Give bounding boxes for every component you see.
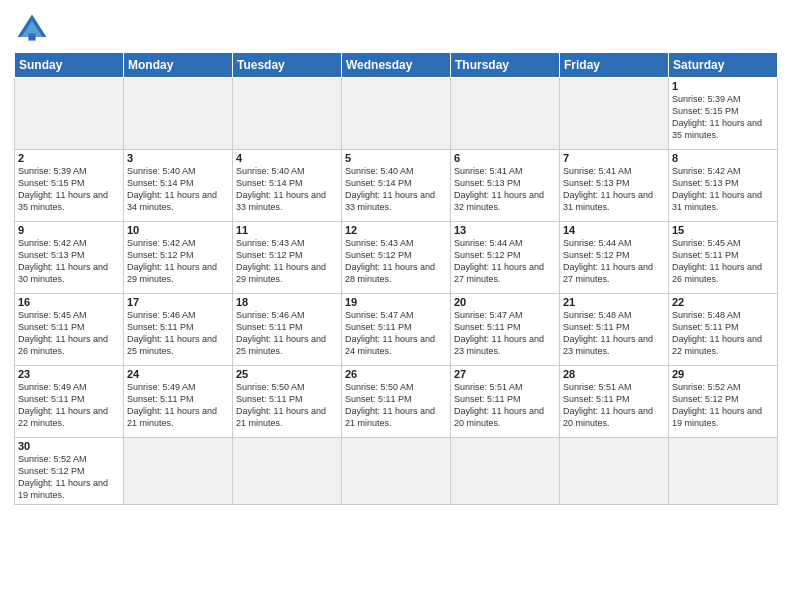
calendar-cell: 14Sunrise: 5:44 AM Sunset: 5:12 PM Dayli… [560, 222, 669, 294]
calendar-cell [124, 438, 233, 505]
weekday-header-tuesday: Tuesday [233, 53, 342, 78]
calendar-week-4: 16Sunrise: 5:45 AM Sunset: 5:11 PM Dayli… [15, 294, 778, 366]
day-info: Sunrise: 5:40 AM Sunset: 5:14 PM Dayligh… [345, 165, 447, 214]
calendar-cell [124, 78, 233, 150]
calendar-cell: 1Sunrise: 5:39 AM Sunset: 5:15 PM Daylig… [669, 78, 778, 150]
day-info: Sunrise: 5:51 AM Sunset: 5:11 PM Dayligh… [454, 381, 556, 430]
day-info: Sunrise: 5:45 AM Sunset: 5:11 PM Dayligh… [672, 237, 774, 286]
calendar-cell: 22Sunrise: 5:48 AM Sunset: 5:11 PM Dayli… [669, 294, 778, 366]
day-number: 26 [345, 368, 447, 380]
calendar-cell: 26Sunrise: 5:50 AM Sunset: 5:11 PM Dayli… [342, 366, 451, 438]
day-number: 3 [127, 152, 229, 164]
calendar-cell: 3Sunrise: 5:40 AM Sunset: 5:14 PM Daylig… [124, 150, 233, 222]
calendar-week-2: 2Sunrise: 5:39 AM Sunset: 5:15 PM Daylig… [15, 150, 778, 222]
day-info: Sunrise: 5:43 AM Sunset: 5:12 PM Dayligh… [345, 237, 447, 286]
day-number: 10 [127, 224, 229, 236]
calendar-cell: 4Sunrise: 5:40 AM Sunset: 5:14 PM Daylig… [233, 150, 342, 222]
weekday-header-row: SundayMondayTuesdayWednesdayThursdayFrid… [15, 53, 778, 78]
day-info: Sunrise: 5:47 AM Sunset: 5:11 PM Dayligh… [345, 309, 447, 358]
calendar-cell: 20Sunrise: 5:47 AM Sunset: 5:11 PM Dayli… [451, 294, 560, 366]
day-info: Sunrise: 5:45 AM Sunset: 5:11 PM Dayligh… [18, 309, 120, 358]
calendar-cell [560, 438, 669, 505]
calendar-cell: 7Sunrise: 5:41 AM Sunset: 5:13 PM Daylig… [560, 150, 669, 222]
calendar-cell: 21Sunrise: 5:48 AM Sunset: 5:11 PM Dayli… [560, 294, 669, 366]
calendar-cell [560, 78, 669, 150]
day-number: 14 [563, 224, 665, 236]
day-info: Sunrise: 5:52 AM Sunset: 5:12 PM Dayligh… [18, 453, 120, 502]
day-number: 17 [127, 296, 229, 308]
calendar-cell: 27Sunrise: 5:51 AM Sunset: 5:11 PM Dayli… [451, 366, 560, 438]
day-number: 27 [454, 368, 556, 380]
page: SundayMondayTuesdayWednesdayThursdayFrid… [0, 0, 792, 612]
calendar-cell [451, 78, 560, 150]
calendar-cell [233, 78, 342, 150]
calendar-cell: 24Sunrise: 5:49 AM Sunset: 5:11 PM Dayli… [124, 366, 233, 438]
calendar-cell: 13Sunrise: 5:44 AM Sunset: 5:12 PM Dayli… [451, 222, 560, 294]
day-info: Sunrise: 5:42 AM Sunset: 5:13 PM Dayligh… [672, 165, 774, 214]
day-number: 21 [563, 296, 665, 308]
day-info: Sunrise: 5:46 AM Sunset: 5:11 PM Dayligh… [236, 309, 338, 358]
day-number: 23 [18, 368, 120, 380]
day-number: 18 [236, 296, 338, 308]
day-info: Sunrise: 5:39 AM Sunset: 5:15 PM Dayligh… [18, 165, 120, 214]
calendar-week-1: 1Sunrise: 5:39 AM Sunset: 5:15 PM Daylig… [15, 78, 778, 150]
calendar-cell: 11Sunrise: 5:43 AM Sunset: 5:12 PM Dayli… [233, 222, 342, 294]
day-info: Sunrise: 5:52 AM Sunset: 5:12 PM Dayligh… [672, 381, 774, 430]
day-info: Sunrise: 5:48 AM Sunset: 5:11 PM Dayligh… [563, 309, 665, 358]
calendar-cell: 18Sunrise: 5:46 AM Sunset: 5:11 PM Dayli… [233, 294, 342, 366]
calendar-cell: 5Sunrise: 5:40 AM Sunset: 5:14 PM Daylig… [342, 150, 451, 222]
day-info: Sunrise: 5:40 AM Sunset: 5:14 PM Dayligh… [236, 165, 338, 214]
calendar-cell: 16Sunrise: 5:45 AM Sunset: 5:11 PM Dayli… [15, 294, 124, 366]
calendar-cell [342, 78, 451, 150]
day-info: Sunrise: 5:44 AM Sunset: 5:12 PM Dayligh… [454, 237, 556, 286]
calendar-cell: 8Sunrise: 5:42 AM Sunset: 5:13 PM Daylig… [669, 150, 778, 222]
day-number: 24 [127, 368, 229, 380]
calendar-cell: 6Sunrise: 5:41 AM Sunset: 5:13 PM Daylig… [451, 150, 560, 222]
day-info: Sunrise: 5:46 AM Sunset: 5:11 PM Dayligh… [127, 309, 229, 358]
calendar-cell: 29Sunrise: 5:52 AM Sunset: 5:12 PM Dayli… [669, 366, 778, 438]
calendar-cell [669, 438, 778, 505]
day-number: 29 [672, 368, 774, 380]
day-info: Sunrise: 5:41 AM Sunset: 5:13 PM Dayligh… [454, 165, 556, 214]
weekday-header-friday: Friday [560, 53, 669, 78]
day-info: Sunrise: 5:39 AM Sunset: 5:15 PM Dayligh… [672, 93, 774, 142]
day-number: 19 [345, 296, 447, 308]
calendar-cell: 17Sunrise: 5:46 AM Sunset: 5:11 PM Dayli… [124, 294, 233, 366]
calendar-table: SundayMondayTuesdayWednesdayThursdayFrid… [14, 52, 778, 505]
calendar-cell [15, 78, 124, 150]
weekday-header-wednesday: Wednesday [342, 53, 451, 78]
day-number: 20 [454, 296, 556, 308]
day-number: 1 [672, 80, 774, 92]
calendar-cell [342, 438, 451, 505]
logo [14, 10, 54, 46]
calendar-cell: 28Sunrise: 5:51 AM Sunset: 5:11 PM Dayli… [560, 366, 669, 438]
calendar-week-3: 9Sunrise: 5:42 AM Sunset: 5:13 PM Daylig… [15, 222, 778, 294]
header [14, 10, 778, 46]
day-info: Sunrise: 5:49 AM Sunset: 5:11 PM Dayligh… [127, 381, 229, 430]
calendar-cell: 10Sunrise: 5:42 AM Sunset: 5:12 PM Dayli… [124, 222, 233, 294]
svg-rect-2 [28, 33, 35, 40]
day-info: Sunrise: 5:40 AM Sunset: 5:14 PM Dayligh… [127, 165, 229, 214]
day-number: 16 [18, 296, 120, 308]
weekday-header-monday: Monday [124, 53, 233, 78]
day-number: 2 [18, 152, 120, 164]
day-number: 7 [563, 152, 665, 164]
day-info: Sunrise: 5:44 AM Sunset: 5:12 PM Dayligh… [563, 237, 665, 286]
weekday-header-thursday: Thursday [451, 53, 560, 78]
day-number: 15 [672, 224, 774, 236]
day-number: 13 [454, 224, 556, 236]
day-info: Sunrise: 5:42 AM Sunset: 5:13 PM Dayligh… [18, 237, 120, 286]
calendar-cell: 25Sunrise: 5:50 AM Sunset: 5:11 PM Dayli… [233, 366, 342, 438]
day-info: Sunrise: 5:51 AM Sunset: 5:11 PM Dayligh… [563, 381, 665, 430]
day-number: 11 [236, 224, 338, 236]
day-info: Sunrise: 5:49 AM Sunset: 5:11 PM Dayligh… [18, 381, 120, 430]
day-number: 9 [18, 224, 120, 236]
day-number: 30 [18, 440, 120, 452]
calendar-week-6: 30Sunrise: 5:52 AM Sunset: 5:12 PM Dayli… [15, 438, 778, 505]
calendar-cell: 23Sunrise: 5:49 AM Sunset: 5:11 PM Dayli… [15, 366, 124, 438]
day-number: 28 [563, 368, 665, 380]
day-info: Sunrise: 5:41 AM Sunset: 5:13 PM Dayligh… [563, 165, 665, 214]
calendar-week-5: 23Sunrise: 5:49 AM Sunset: 5:11 PM Dayli… [15, 366, 778, 438]
day-info: Sunrise: 5:50 AM Sunset: 5:11 PM Dayligh… [345, 381, 447, 430]
day-info: Sunrise: 5:43 AM Sunset: 5:12 PM Dayligh… [236, 237, 338, 286]
